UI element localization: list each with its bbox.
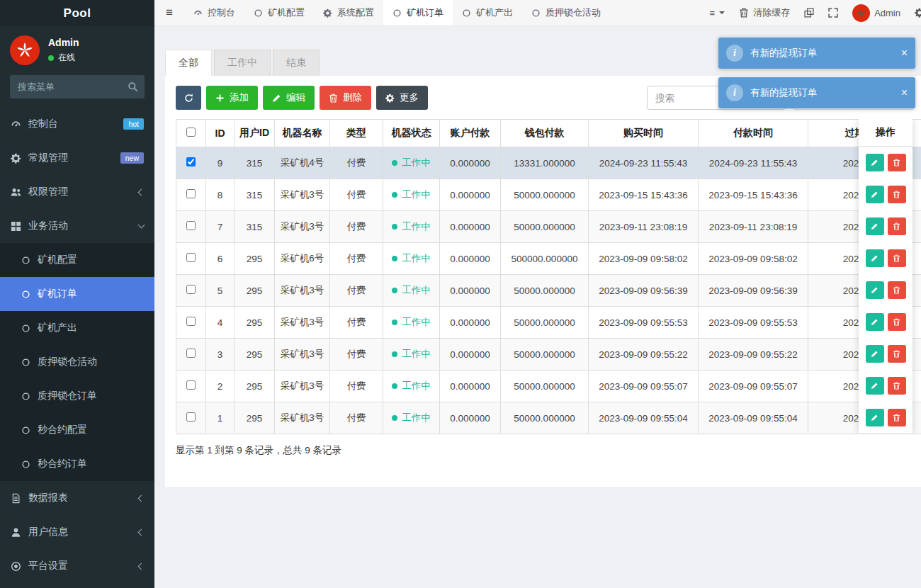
row-delete-button[interactable] — [888, 186, 906, 203]
topnav-tab[interactable]: 系统配置 — [314, 0, 383, 26]
cell-account_pay: 0.000000 — [440, 275, 501, 307]
status-working: 工作中 — [392, 412, 431, 424]
column-header[interactable]: 类型 — [330, 120, 383, 147]
topnav-tab[interactable]: 矿机产出 — [453, 0, 522, 26]
close-icon[interactable]: × — [901, 87, 908, 98]
trash-icon — [893, 286, 900, 294]
row-checkbox[interactable] — [186, 253, 196, 262]
column-header[interactable]: 付款时间 — [699, 120, 808, 147]
topnav-tab[interactable]: 矿机配置 — [244, 0, 314, 26]
topnav-tab[interactable]: 控制台 — [184, 0, 244, 26]
cell-wallet_pay: 500000.000000 — [501, 243, 589, 275]
row-delete-button[interactable] — [888, 154, 906, 171]
filter-tab[interactable]: 结束 — [273, 50, 320, 76]
topnav-tab[interactable]: 矿机订单 — [383, 0, 453, 26]
sidebar-item[interactable]: 用户信息 — [0, 515, 154, 549]
row-edit-button[interactable] — [866, 154, 884, 171]
table-row[interactable]: 8315采矿机3号付费工作中0.00000050000.0000002023-0… — [176, 179, 921, 211]
sidebar-item[interactable]: 业务活动 — [0, 209, 154, 243]
settings-button[interactable] — [915, 8, 921, 18]
sidebar-item[interactable]: 控制台hot — [0, 107, 154, 141]
sidebar-toggle-button[interactable]: ≡ — [154, 0, 184, 26]
sidebar-subitem-label: 矿机产出 — [38, 322, 77, 334]
table-row[interactable]: 2295采矿机3号付费工作中0.00000050000.0000002023-0… — [176, 371, 921, 402]
refresh-button[interactable] — [176, 86, 201, 110]
row-delete-button[interactable] — [888, 313, 906, 331]
sidebar-item[interactable]: 常规管理new — [0, 141, 154, 175]
row-edit-button[interactable] — [866, 409, 884, 426]
row-edit-button[interactable] — [866, 217, 884, 235]
cell-wallet_pay: 50000.000000 — [501, 275, 589, 307]
sidebar-search-input[interactable] — [10, 75, 145, 98]
row-checkbox[interactable] — [186, 317, 196, 326]
column-header[interactable]: 钱包付款 — [501, 120, 589, 147]
fullscreen-button[interactable] — [828, 8, 838, 18]
sidebar-subitem[interactable]: 秒合约订单 — [0, 447, 154, 481]
row-delete-button[interactable] — [888, 345, 906, 363]
row-checkbox[interactable] — [186, 157, 196, 166]
row-edit-button[interactable] — [866, 281, 884, 299]
row-checkbox[interactable] — [186, 349, 196, 358]
sidebar-item[interactable]: 平台设置 — [0, 549, 154, 583]
row-checkbox[interactable] — [186, 221, 196, 230]
filter-tab[interactable]: 全部 — [165, 50, 212, 76]
column-header[interactable]: 账户付款 — [440, 120, 501, 147]
sidebar-menu: 控制台hot常规管理new权限管理业务活动矿机配置矿机订单矿机产出质押锁仓活动质… — [0, 107, 154, 588]
circle-icon — [21, 358, 30, 367]
topnav-tab[interactable]: 质押锁仓活动 — [522, 0, 610, 26]
cell-type: 付费 — [330, 307, 383, 339]
circle-icon — [21, 290, 30, 299]
column-header[interactable]: 机器名称 — [275, 120, 330, 147]
row-edit-button[interactable] — [866, 345, 884, 363]
more-button[interactable]: 更多 — [376, 86, 428, 110]
delete-button[interactable]: 删除 — [320, 86, 371, 110]
row-edit-button[interactable] — [866, 186, 884, 203]
clear-cache-button[interactable]: 清除缓存 — [739, 6, 790, 19]
row-edit-button[interactable] — [866, 313, 884, 331]
sidebar-subitem[interactable]: 质押锁仓订单 — [0, 379, 154, 413]
add-button[interactable]: 添加 — [206, 86, 258, 110]
sidebar-subitem[interactable]: 秒合约配置 — [0, 413, 154, 447]
sidebar-item[interactable]: 权限管理 — [0, 175, 154, 209]
sidebar-subitem[interactable]: 质押锁仓活动 — [0, 345, 154, 379]
table-row[interactable]: 9315采矿机4号付费工作中0.00000013331.0000002024-0… — [176, 147, 921, 179]
row-checkbox[interactable] — [186, 285, 196, 294]
row-delete-button[interactable] — [888, 377, 906, 395]
sidebar-item[interactable]: 数据报表 — [0, 481, 154, 515]
row-checkbox[interactable] — [186, 380, 196, 390]
sidebar-subitem[interactable]: 矿机配置 — [0, 243, 154, 277]
table-row[interactable]: 3295采矿机3号付费工作中0.00000050000.0000002023-0… — [176, 339, 921, 371]
filter-tab[interactable]: 工作中 — [214, 50, 271, 76]
ops-cell — [859, 210, 912, 242]
row-delete-button[interactable] — [888, 217, 906, 235]
column-header[interactable]: ID — [206, 120, 235, 147]
row-edit-button[interactable] — [866, 249, 884, 267]
row-checkbox[interactable] — [186, 412, 196, 422]
sidebar-subitem[interactable]: 矿机订单 — [0, 277, 154, 311]
row-checkbox[interactable] — [186, 189, 196, 198]
cell-buy_time: 2023-09-09 09:55:04 — [589, 402, 699, 434]
table-row[interactable]: 4295采矿机3号付费工作中0.00000050000.0000002023-0… — [176, 307, 921, 339]
select-all-checkbox[interactable] — [186, 128, 196, 137]
pencil-icon — [871, 254, 878, 262]
close-icon[interactable]: × — [901, 47, 908, 59]
sidebar-subitem[interactable]: 矿机产出 — [0, 311, 154, 345]
tabs-menu-dropdown[interactable]: ≡ — [710, 8, 725, 18]
table-row[interactable]: 1295采矿机3号付费工作中0.00000050000.0000002023-0… — [176, 402, 921, 434]
row-edit-button[interactable] — [866, 377, 884, 395]
column-header[interactable]: 用户ID — [235, 120, 275, 147]
admin-menu[interactable]: Admin — [852, 4, 900, 22]
row-delete-button[interactable] — [888, 409, 906, 426]
cell-wallet_pay: 50000.000000 — [501, 179, 589, 211]
row-delete-button[interactable] — [888, 281, 906, 299]
table-row[interactable]: 5295采矿机3号付费工作中0.00000050000.0000002023-0… — [176, 275, 921, 307]
column-header[interactable]: 购买时间 — [589, 120, 699, 147]
row-delete-button[interactable] — [888, 249, 906, 267]
multi-window-button[interactable] — [804, 8, 814, 18]
cell-status: 工作中 — [383, 307, 440, 339]
table-row[interactable]: 6295采矿机6号付费工作中0.000000500000.0000002023-… — [176, 243, 921, 275]
column-header[interactable]: 机器状态 — [383, 120, 440, 147]
edit-button[interactable]: 编辑 — [263, 86, 315, 110]
table-row[interactable]: 7315采矿机3号付费工作中0.00000050000.0000002023-0… — [176, 211, 921, 243]
caret-down-icon — [719, 11, 725, 14]
